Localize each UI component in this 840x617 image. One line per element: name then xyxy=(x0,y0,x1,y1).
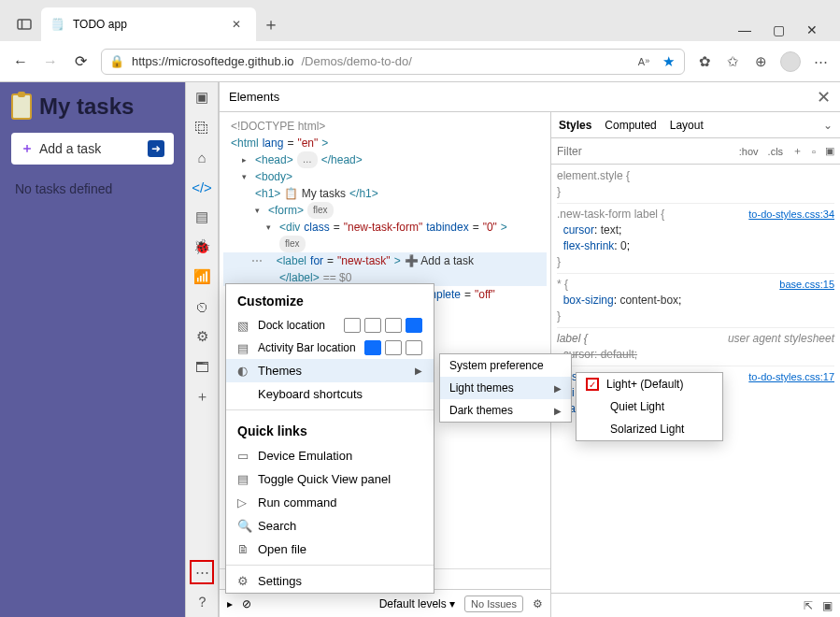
dock-undock[interactable] xyxy=(344,318,361,333)
light-default-item[interactable]: ✓ Light+ (Default) xyxy=(577,373,722,395)
keyboard-item[interactable]: Keyboard shortcuts xyxy=(226,382,434,406)
memory-icon[interactable]: ⚙ xyxy=(192,327,211,346)
reader-icon[interactable]: A» xyxy=(635,56,652,67)
tab-computed[interactable]: Computed xyxy=(605,119,656,132)
url-path: /Demos/demo-to-do/ xyxy=(301,54,412,68)
submit-task-button[interactable]: ➜ xyxy=(148,140,164,157)
checked-icon: ✓ xyxy=(586,378,599,391)
tab-title: TODO app xyxy=(73,18,127,31)
quick-view-icon: ▤ xyxy=(237,472,250,486)
more-tools-button[interactable]: ⋯ xyxy=(192,563,211,581)
activity-bar: ▣ ⿻ ⌂ </> ▤ 🐞 📶 ⏲ ⚙ 🗔 ＋ ⋯ ？ xyxy=(185,82,219,617)
close-devtools-icon[interactable]: ✕ xyxy=(817,87,831,108)
add-task-input[interactable]: ＋ Add a task ➜ xyxy=(11,133,174,165)
filter-input[interactable] xyxy=(557,145,730,158)
themes-item[interactable]: ◐ Themes▶ xyxy=(226,359,434,382)
system-pref-item[interactable]: System preference xyxy=(440,354,571,377)
hov-toggle[interactable]: :hov xyxy=(739,146,759,157)
panel-name: Elements xyxy=(229,90,279,104)
todo-favicon-icon: 🗒️ xyxy=(50,17,65,32)
clipboard-icon xyxy=(11,93,32,120)
application-icon[interactable]: 🗔 xyxy=(192,357,211,376)
file-icon: 🗎 xyxy=(237,542,250,556)
inspect-icon[interactable]: ▣ xyxy=(192,88,211,107)
close-tab-icon[interactable]: ✕ xyxy=(232,18,247,31)
performance-icon[interactable]: ⏲ xyxy=(192,297,211,316)
toggle-panel-icon[interactable]: ▣ xyxy=(825,145,834,157)
styles-action-1-icon[interactable]: ⇱ xyxy=(804,599,813,612)
device-emulation-item[interactable]: ▭Device Emulation xyxy=(226,444,434,467)
new-rule-icon[interactable]: ＋ xyxy=(792,144,803,158)
styles-tabs: Styles Computed Layout ⌄ xyxy=(551,112,840,138)
device-emu-icon: ▭ xyxy=(237,449,250,463)
empty-state-text: No tasks defined xyxy=(11,178,174,200)
console-settings-icon[interactable]: ⚙ xyxy=(533,597,543,610)
tab-actions-icon[interactable] xyxy=(7,7,41,41)
back-button[interactable]: ← xyxy=(11,53,30,70)
refresh-button[interactable]: ⟳ xyxy=(71,52,90,70)
forward-button: → xyxy=(41,53,60,70)
maximize-icon[interactable]: ▢ xyxy=(771,22,786,37)
quiet-light-item[interactable]: Quiet Light xyxy=(577,395,722,418)
device-icon[interactable]: ⿻ xyxy=(192,118,211,136)
tab-layout[interactable]: Layout xyxy=(670,119,704,132)
settings-item[interactable]: ⚙Settings xyxy=(226,569,434,593)
expand-icon[interactable]: ⌄ xyxy=(823,119,833,132)
console-toggle-icon[interactable]: ▸ xyxy=(227,597,233,610)
close-window-icon[interactable]: ✕ xyxy=(804,22,819,37)
dock-bottom[interactable] xyxy=(385,318,402,333)
url-domain: https://microsoftedge.github.io xyxy=(132,54,293,68)
favorites-bar-icon[interactable]: ✩ xyxy=(724,53,741,70)
run-icon: ▷ xyxy=(237,495,250,509)
customize-heading: Customize xyxy=(226,284,434,314)
browser-tab[interactable]: 🗒️ TODO app ✕ xyxy=(41,7,256,41)
console-tab-icon[interactable]: ▤ xyxy=(192,208,211,226)
gear-icon: ⚙ xyxy=(237,574,250,588)
quick-links-heading: Quick links xyxy=(226,414,434,444)
abar-left[interactable] xyxy=(364,340,381,355)
customize-menu: Customize ▧ Dock location ▤ Activity Bar… xyxy=(225,283,434,594)
new-tab-button[interactable]: ＋ xyxy=(256,7,286,41)
extensions-icon[interactable]: ✿ xyxy=(696,53,713,70)
abar-top[interactable] xyxy=(385,340,402,355)
search-icon: 🔍 xyxy=(237,519,250,533)
dock-right[interactable] xyxy=(406,318,422,333)
elements-icon[interactable]: </> xyxy=(192,178,211,196)
profile-icon[interactable] xyxy=(780,51,801,72)
collections-icon[interactable]: ⊕ xyxy=(752,53,769,70)
dock-left[interactable] xyxy=(364,318,381,333)
light-themes-item[interactable]: Light themes▶ xyxy=(440,377,571,399)
add-panel-icon[interactable]: ＋ xyxy=(192,387,211,406)
tab-styles[interactable]: Styles xyxy=(559,119,591,132)
sources-icon[interactable]: 🐞 xyxy=(192,237,211,256)
dock-icon: ▧ xyxy=(237,319,250,333)
address-bar[interactable]: 🔒 https://microsoftedge.github.io/Demos/… xyxy=(101,49,685,75)
run-command-item[interactable]: ▷Run command xyxy=(226,491,434,514)
open-file-item[interactable]: 🗎Open file xyxy=(226,538,434,561)
network-icon[interactable]: 📶 xyxy=(192,267,211,286)
favorite-icon[interactable]: ★ xyxy=(660,53,676,70)
console-filter-icon[interactable]: ⊘ xyxy=(242,597,251,610)
menu-icon[interactable]: ⋯ xyxy=(812,53,829,70)
computed-panel-icon[interactable]: ▫ xyxy=(812,146,816,157)
page-title: My tasks xyxy=(11,93,174,120)
minimize-icon[interactable]: — xyxy=(737,22,752,37)
activity-bar-icon: ▤ xyxy=(237,341,250,355)
themes-icon: ◐ xyxy=(237,364,250,378)
svg-rect-0 xyxy=(18,20,31,29)
welcome-icon[interactable]: ⌂ xyxy=(192,148,211,166)
help-icon[interactable]: ？ xyxy=(192,593,211,611)
cls-toggle[interactable]: .cls xyxy=(768,146,784,157)
toggle-quick-view-item[interactable]: ▤Toggle Quick View panel xyxy=(226,467,434,491)
abar-right[interactable] xyxy=(406,340,422,355)
light-themes-submenu: ✓ Light+ (Default) Quiet Light Solarized… xyxy=(576,372,723,441)
lock-icon: 🔒 xyxy=(109,54,124,68)
search-item[interactable]: 🔍Search xyxy=(226,514,434,538)
styles-action-2-icon[interactable]: ▣ xyxy=(822,599,833,612)
dark-themes-item[interactable]: Dark themes▶ xyxy=(440,399,571,422)
no-issues-button[interactable]: No Issues xyxy=(464,595,523,612)
themes-submenu: System preference Light themes▶ Dark the… xyxy=(439,353,572,423)
default-levels-dropdown[interactable]: Default levels ▾ xyxy=(379,597,455,610)
plus-icon: ＋ xyxy=(21,140,34,157)
solarized-light-item[interactable]: Solarized Light xyxy=(577,418,722,440)
